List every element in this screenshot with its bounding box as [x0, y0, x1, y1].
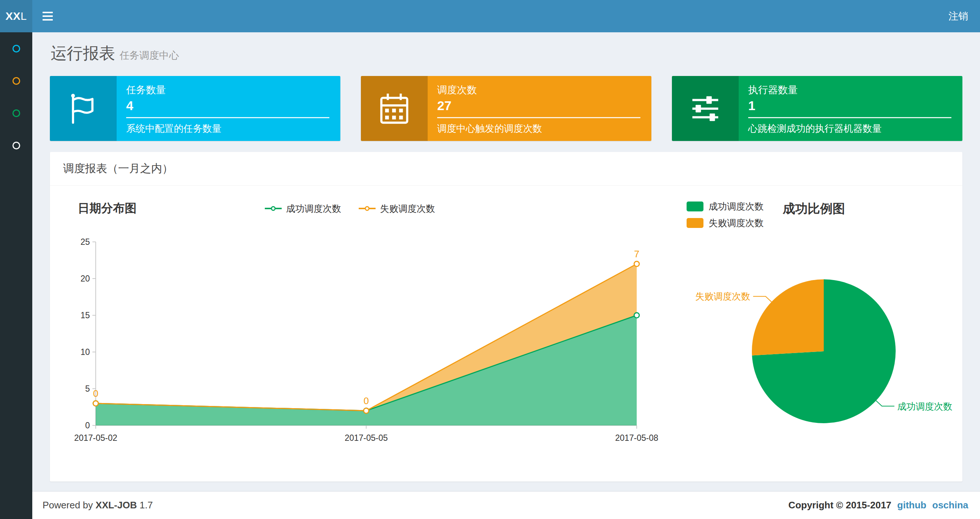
report-panel: 调度报表（一月之内） 日期分布图 成功调度次数失败调度次数 0510152025…	[50, 152, 963, 482]
powered-by: Powered by XXL-JOB 1.7	[43, 500, 153, 511]
info-box-desc: 系统中配置的任务数量	[126, 122, 329, 135]
line-chart-section: 日期分布图 成功调度次数失败调度次数 05101520252017-05-022…	[65, 200, 673, 465]
divider	[748, 117, 951, 118]
page-wrapper: 运行报表任务调度中心 任务数量4系统中配置的任务数量调度次数27调度中心触发的调…	[32, 32, 980, 519]
pie-chart: 成功调度次数失败调度次数	[687, 236, 961, 465]
svg-text:7: 7	[634, 249, 639, 260]
info-box-title: 执行器数量	[748, 83, 951, 97]
product-version: 1.7	[139, 500, 153, 511]
navbar-content: 注销	[32, 0, 980, 32]
oschina-link[interactable]: oschina	[932, 500, 968, 511]
powered-prefix: Powered by	[43, 500, 93, 511]
pie-chart-legend: 成功调度次数失败调度次数	[687, 200, 764, 229]
info-box-value: 4	[126, 98, 329, 113]
hamburger-icon	[43, 19, 53, 21]
info-box-content: 任务数量4系统中配置的任务数量	[117, 76, 340, 141]
legend-item[interactable]: 失败调度次数	[687, 217, 764, 229]
svg-text:15: 15	[80, 310, 90, 320]
svg-text:10: 10	[80, 347, 90, 357]
svg-text:2017-05-05: 2017-05-05	[345, 433, 388, 443]
svg-text:失败调度次数: 失败调度次数	[695, 291, 750, 301]
circle-outline-icon	[13, 142, 20, 149]
pie-chart-section: 成功调度次数失败调度次数 成功比例图 成功调度次数失败调度次数	[673, 200, 961, 465]
circle-outline-icon	[13, 77, 20, 85]
calendar-icon	[361, 76, 428, 141]
svg-text:2017-05-08: 2017-05-08	[615, 433, 659, 443]
info-box-value: 27	[437, 98, 640, 113]
sidebar	[0, 32, 32, 519]
github-link[interactable]: github	[897, 500, 926, 511]
svg-text:2017-05-02: 2017-05-02	[74, 433, 118, 443]
legend-label: 失败调度次数	[709, 217, 764, 229]
info-box-content: 执行器数量1心跳检测成功的执行器机器数量	[739, 76, 963, 141]
svg-text:20: 20	[80, 274, 90, 283]
svg-text:成功调度次数: 成功调度次数	[897, 401, 953, 412]
product-name: XXL-JOB	[96, 500, 137, 511]
info-box-desc: 心跳检测成功的执行器机器数量	[748, 122, 951, 135]
copyright-text: Copyright © 2015-2017	[789, 500, 892, 511]
info-box-title: 调度次数	[437, 83, 640, 97]
page-title: 运行报表	[51, 44, 115, 62]
sidebar-item-4[interactable]	[0, 129, 32, 161]
top-navbar: XXL 注销	[0, 0, 980, 32]
app-logo[interactable]: XXL	[0, 0, 32, 32]
content-header: 运行报表任务调度中心	[32, 32, 980, 64]
divider	[126, 117, 329, 118]
svg-text:0: 0	[93, 388, 98, 399]
legend-label: 成功调度次数	[286, 203, 341, 215]
sidebar-item-3[interactable]	[0, 97, 32, 129]
panel-title: 调度报表（一月之内）	[50, 152, 963, 186]
circle-outline-icon	[13, 109, 20, 117]
svg-text:25: 25	[80, 237, 90, 247]
sidebar-toggle-button[interactable]	[32, 0, 63, 32]
page-subtitle: 任务调度中心	[119, 50, 179, 61]
footer-links: githuboschina	[891, 500, 968, 511]
line-chart-header: 日期分布图 成功调度次数失败调度次数	[65, 200, 673, 217]
legend-item[interactable]: 成功调度次数	[687, 200, 764, 212]
svg-text:5: 5	[85, 384, 90, 393]
legend-item[interactable]: 失败调度次数	[359, 203, 435, 215]
logo-text-bold: XX	[5, 10, 21, 22]
sidebar-item-2[interactable]	[0, 65, 32, 97]
swatch-icon	[687, 218, 703, 228]
pie-chart-title: 成功比例图	[783, 200, 845, 217]
svg-text:0: 0	[85, 421, 90, 430]
sidebar-menu	[0, 32, 32, 161]
swatch-icon	[687, 201, 703, 211]
divider	[437, 117, 640, 118]
info-box-desc: 调度中心触发的调度次数	[437, 122, 640, 135]
flag-icon	[50, 76, 117, 141]
svg-text:0: 0	[363, 395, 369, 406]
sliders-icon	[672, 76, 739, 141]
line-chart-legend: 成功调度次数失败调度次数	[137, 203, 563, 215]
logo-text: L	[21, 10, 27, 22]
line-chart: 05101520252017-05-022017-05-052017-05-08…	[65, 225, 673, 447]
sidebar-item-1[interactable]	[0, 32, 32, 65]
logout-link[interactable]: 注销	[937, 0, 980, 32]
copyright: Copyright © 2015-2017 githuboschina	[789, 500, 968, 511]
info-box-1: 任务数量4系统中配置的任务数量	[50, 76, 340, 141]
hamburger-icon	[43, 15, 53, 17]
footer: Powered by XXL-JOB 1.7 Copyright © 2015-…	[32, 491, 980, 519]
info-box-3: 执行器数量1心跳检测成功的执行器机器数量	[672, 76, 963, 141]
line-chart-title: 日期分布图	[78, 200, 137, 217]
info-box-content: 调度次数27调度中心触发的调度次数	[428, 76, 651, 141]
line-marker-icon	[265, 208, 282, 209]
hamburger-icon	[43, 12, 53, 13]
info-box-2: 调度次数27调度中心触发的调度次数	[361, 76, 651, 141]
info-box-value: 1	[748, 98, 951, 113]
pie-chart-header: 成功调度次数失败调度次数 成功比例图	[687, 200, 961, 229]
line-marker-icon	[359, 208, 375, 209]
legend-label: 成功调度次数	[709, 200, 764, 212]
info-box-title: 任务数量	[126, 83, 329, 97]
legend-label: 失败调度次数	[380, 203, 435, 215]
content-area: 运行报表任务调度中心 任务数量4系统中配置的任务数量调度次数27调度中心触发的调…	[32, 32, 980, 491]
circle-outline-icon	[13, 45, 20, 53]
legend-item[interactable]: 成功调度次数	[265, 203, 341, 215]
panel-body: 日期分布图 成功调度次数失败调度次数 05101520252017-05-022…	[50, 186, 963, 482]
info-box-row: 任务数量4系统中配置的任务数量调度次数27调度中心触发的调度次数执行器数量1心跳…	[32, 64, 980, 141]
